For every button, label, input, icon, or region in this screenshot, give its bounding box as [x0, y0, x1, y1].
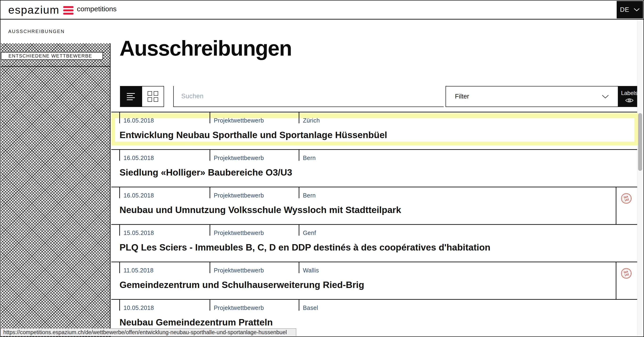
column-divider: [210, 112, 210, 123]
chevron-down-icon: [602, 95, 609, 98]
row-location: Bern: [303, 192, 316, 199]
filter-dropdown[interactable]: Filter: [446, 86, 618, 107]
column-divider: [119, 112, 120, 123]
row-title-link[interactable]: Neubau und Umnutzung Volksschule Wyssloc…: [120, 205, 401, 215]
column-divider: [119, 187, 120, 198]
chevron-down-icon: [634, 8, 640, 11]
sidebar-pattern: ENTSCHIEDENE WETTBEWERBE: [1, 43, 110, 337]
competitions-wordmark[interactable]: competitions: [77, 5, 116, 13]
column-divider: [210, 300, 210, 310]
eye-icon: [625, 98, 634, 103]
status-bar: https://competitions.espazium.ch/de/wett…: [1, 328, 296, 336]
search-placeholder: Suchen: [181, 92, 204, 100]
row-date: 16.05.2018: [124, 192, 154, 199]
table-row[interactable]: 16.05.2018ProjektwettbewerbZürichEntwick…: [111, 112, 638, 149]
badge-column-divider: [616, 187, 616, 224]
grid-view-icon: [148, 91, 158, 102]
row-title-link[interactable]: Neubau Gemeindezentrum Pratteln: [120, 317, 273, 328]
row-date: 15.05.2018: [124, 230, 154, 236]
column-divider: [119, 225, 120, 236]
column-divider: [210, 225, 210, 236]
sia-142-stamp-icon: SIA142: [620, 267, 633, 280]
column-divider: [299, 150, 299, 161]
row-type: Projektwettbewerb: [214, 154, 264, 162]
status-url: https://competitions.espazium.ch/de/wett…: [3, 329, 287, 336]
row-location: Genf: [303, 230, 316, 236]
row-title-link[interactable]: Siedlung «Holliger» Baubereiche O3/U3: [120, 167, 292, 178]
filter-label: Filter: [455, 93, 469, 100]
badge-column-divider: [616, 262, 616, 299]
scrollbar-track[interactable]: [637, 20, 643, 337]
row-location: Zürich: [303, 117, 320, 124]
row-title-link[interactable]: Entwicklung Neubau Sporthalle und Sporta…: [120, 130, 387, 140]
espazium-logo[interactable]: espazium: [8, 3, 60, 16]
row-type: Projektwettbewerb: [214, 192, 264, 199]
column-divider: [210, 187, 210, 198]
row-title-link[interactable]: Gemeindezentrum und Schulhauserweiterung…: [120, 280, 364, 290]
row-date: 11.05.2018: [124, 267, 154, 274]
row-type: Projektwettbewerb: [214, 304, 264, 311]
search-input[interactable]: Suchen: [173, 86, 444, 107]
row-location: Bern: [303, 154, 316, 162]
labels-label: Labels: [621, 90, 638, 96]
list-view-icon: [127, 93, 135, 100]
row-date: 16.05.2018: [124, 154, 154, 162]
row-location: Basel: [303, 304, 318, 311]
language-code: DE: [620, 6, 630, 14]
row-date: 16.05.2018: [124, 117, 154, 124]
column-divider: [299, 187, 299, 198]
column-divider: [210, 150, 210, 161]
results-list: 16.05.2018ProjektwettbewerbZürichEntwick…: [111, 112, 638, 337]
table-row[interactable]: 16.05.2018ProjektwettbewerbBernNeubau un…: [111, 187, 638, 224]
column-divider: [210, 262, 210, 273]
column-divider: [299, 262, 299, 273]
column-divider: [119, 150, 120, 161]
row-title-link[interactable]: PLQ Les Sciers - Immeubles B, C, D en DD…: [120, 242, 490, 253]
table-row[interactable]: 11.05.2018ProjektwettbewerbWallisGemeind…: [111, 262, 638, 299]
page-title: Ausschreibungen: [120, 36, 292, 60]
column-divider: [299, 225, 299, 236]
table-row[interactable]: 15.05.2018ProjektwettbewerbGenfPLQ Les S…: [111, 224, 638, 262]
column-divider: [119, 300, 120, 310]
sidebar-item-entschiedene-wettbewerbe[interactable]: ENTSCHIEDENE WETTBEWERBE: [1, 52, 103, 60]
triple-bars-icon: [63, 6, 74, 14]
row-type: Projektwettbewerb: [214, 267, 264, 274]
scrollbar-thumb[interactable]: [638, 113, 642, 171]
list-view-button[interactable]: [120, 86, 142, 107]
row-date: 10.05.2018: [124, 304, 154, 311]
breadcrumb: AUSSCHREIBUNGEN: [8, 29, 65, 34]
sidebar-nav-item[interactable]: ENTSCHIEDENE WETTBEWERBE: [1, 43, 110, 67]
column-divider: [299, 112, 299, 123]
table-row[interactable]: 16.05.2018ProjektwettbewerbBernSiedlung …: [111, 149, 638, 187]
column-divider: [119, 262, 120, 273]
language-selector[interactable]: DE: [617, 1, 643, 18]
row-location: Wallis: [303, 267, 319, 274]
highlight-frame: [111, 113, 638, 146]
row-type: Projektwettbewerb: [214, 117, 264, 124]
browser-viewport: espazium competitions DE AUSSCHREIBUNGEN…: [0, 0, 644, 337]
sia-142-stamp-icon: SIA142: [620, 192, 633, 205]
top-bar: espazium competitions DE: [0, 0, 644, 20]
row-type: Projektwettbewerb: [214, 230, 264, 236]
column-divider: [299, 300, 299, 310]
grid-view-button[interactable]: [142, 86, 164, 107]
